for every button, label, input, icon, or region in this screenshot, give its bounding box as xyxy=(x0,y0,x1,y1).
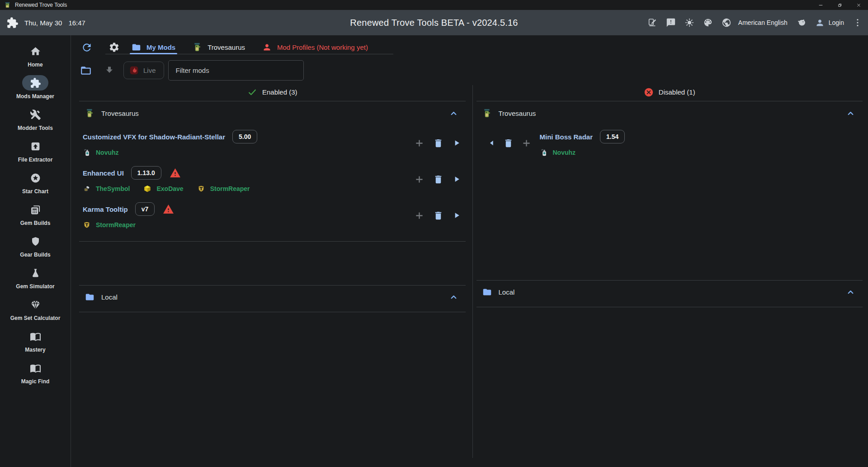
disable-mod-button[interactable] xyxy=(452,138,461,148)
collapse-group-button[interactable] xyxy=(846,287,855,297)
mod-authors: Novuhz xyxy=(83,148,257,157)
mod-version[interactable]: 5.00 xyxy=(232,130,257,143)
mod-group-body xyxy=(476,303,863,307)
mod-title[interactable]: Customized VFX for Shadow-Radiant-Stella… xyxy=(83,133,225,141)
delete-mod-button[interactable] xyxy=(503,138,514,148)
collapse-group-button[interactable] xyxy=(449,109,458,118)
mod-group-local: Local xyxy=(476,281,863,307)
header-date: Thu, May 30 xyxy=(24,19,62,27)
trovesaurus-icon xyxy=(482,109,492,118)
puzzle-icon xyxy=(22,75,48,91)
mod-info: Customized VFX for Shadow-Radiant-Stella… xyxy=(83,129,257,157)
app-header: Thu, May 30 16:47 Renewed Trove Tools BE… xyxy=(0,10,868,35)
mod-version[interactable]: 1.13.0 xyxy=(131,166,161,180)
user-icon xyxy=(815,18,825,28)
sidebar-item-gem-builds[interactable]: Gem Builds xyxy=(0,199,71,229)
sidebar-item-gem-set-calculator[interactable]: Gem Set Calculator xyxy=(0,294,71,324)
add-to-profile-button[interactable] xyxy=(521,138,532,148)
add-to-profile-button[interactable] xyxy=(414,138,425,148)
mod-author-name: ExoDave xyxy=(156,185,183,192)
sidebar-item-label: Gem Builds xyxy=(20,220,51,226)
download-mods-button[interactable] xyxy=(104,65,115,76)
disabled-mods-panel: Disabled (1) Trovesaurus Mini Boss Radar… xyxy=(476,84,863,458)
sidebar-item-star-chart[interactable]: Star Chart xyxy=(0,167,71,198)
mod-group-local: Local xyxy=(79,285,466,312)
delete-mod-button[interactable] xyxy=(433,174,443,185)
mod-authors: TheSymbol ExoDave StormReaper xyxy=(83,184,250,194)
feedback-button[interactable] xyxy=(666,18,676,28)
tabs-row: My Mods Trovesaurus Mod Profiles (Not wo… xyxy=(71,35,868,54)
sidebar-item-label: Magic Find xyxy=(21,378,50,385)
collapse-group-button[interactable] xyxy=(846,109,855,118)
mod-version[interactable]: 1.54 xyxy=(600,130,625,143)
add-to-profile-button[interactable] xyxy=(414,210,425,221)
delete-mod-button[interactable] xyxy=(433,138,443,148)
sidebar-item-label: Home xyxy=(28,62,42,68)
delete-mod-button[interactable] xyxy=(433,210,443,221)
mod-group-name: Local xyxy=(101,293,118,301)
mod-author-name: Novuhz xyxy=(553,149,576,156)
mod-version[interactable]: v7 xyxy=(135,202,155,216)
sidebar-item-file-extractor[interactable]: File Extractor xyxy=(0,136,71,166)
mod-author[interactable]: StormReaper xyxy=(83,221,136,229)
close-button[interactable] xyxy=(849,0,868,10)
sidebar-item-home[interactable]: Home xyxy=(0,41,71,71)
donate-button[interactable] xyxy=(797,18,807,28)
mod-actions xyxy=(414,138,461,148)
tab-label: Trovesaurus xyxy=(208,43,245,51)
disable-mod-button[interactable] xyxy=(452,175,461,184)
sidebar-item-gem-simulator[interactable]: Gem Simulator xyxy=(0,262,71,293)
open-mods-folder-button[interactable] xyxy=(79,65,93,76)
add-to-profile-button[interactable] xyxy=(414,174,425,185)
sidebar-item-gear-builds[interactable]: Gear Builds xyxy=(0,231,71,261)
globe-icon xyxy=(722,18,731,28)
folder-open-icon xyxy=(80,65,92,76)
mod-author[interactable]: ExoDave xyxy=(143,185,183,193)
trovesaurus-icon xyxy=(193,43,202,52)
tab-mod-profiles-not-working-yet[interactable]: Mod Profiles (Not working yet) xyxy=(260,41,370,54)
login-button[interactable]: Login xyxy=(815,18,844,28)
star-icon xyxy=(22,170,48,186)
mod-title[interactable]: Mini Boss Radar xyxy=(540,133,593,141)
mod-group-body: Customized VFX for Shadow-Radiant-Stella… xyxy=(79,125,466,241)
minimize-button[interactable] xyxy=(811,0,830,10)
refresh-button[interactable] xyxy=(79,41,94,54)
collapse-group-button[interactable] xyxy=(449,292,458,302)
person-icon xyxy=(262,43,272,52)
color-theme-button[interactable] xyxy=(703,18,713,28)
sidebar-item-magic-find[interactable]: Magic Find xyxy=(0,357,71,388)
restore-button[interactable] xyxy=(830,0,849,10)
mod-group-header: Local xyxy=(476,281,863,303)
language-button[interactable] xyxy=(722,18,731,28)
folder-icon xyxy=(482,287,492,297)
sidebar-item-mastery[interactable]: Mastery xyxy=(0,326,71,356)
mod-author[interactable]: TheSymbol xyxy=(83,185,130,193)
mod-title[interactable]: Enhanced UI xyxy=(83,169,124,177)
changelog-button[interactable] xyxy=(647,18,657,28)
puzzle-icon xyxy=(6,17,19,29)
tab-trovesaurus[interactable]: Trovesaurus xyxy=(191,41,247,54)
disable-mod-button[interactable] xyxy=(452,211,461,220)
mod-info: Enhanced UI 1.13.0 TheSymbol ExoDave Sto… xyxy=(83,165,250,194)
theme-toggle-button[interactable] xyxy=(684,18,694,28)
live-toggle-button[interactable]: Live xyxy=(123,62,164,79)
filter-mods-input[interactable] xyxy=(168,60,304,81)
mod-title[interactable]: Karma Tooltip xyxy=(83,205,128,213)
mod-author[interactable]: Novuhz xyxy=(540,148,576,157)
folder-icon xyxy=(132,43,141,52)
enable-mod-button[interactable] xyxy=(488,139,495,147)
sidebar-item-modder-tools[interactable]: Modder Tools xyxy=(0,104,71,134)
mod-author[interactable]: StormReaper xyxy=(197,185,250,193)
mod-group-trovesaurus: Trovesaurus Customized VFX for Shadow-Ra… xyxy=(79,101,466,242)
disabled-x-icon xyxy=(644,87,654,97)
overflow-menu-button[interactable] xyxy=(853,18,863,28)
mod-actions xyxy=(414,174,461,185)
app-icon xyxy=(4,2,11,9)
mod-author[interactable]: Novuhz xyxy=(83,148,119,157)
settings-button[interactable] xyxy=(106,41,122,54)
mods-toolbar: Live xyxy=(71,60,868,81)
sidebar-item-mods-manager[interactable]: Mods Manager xyxy=(0,72,71,103)
language-label: American English xyxy=(738,19,788,26)
refresh-icon xyxy=(81,42,93,53)
tab-my-mods[interactable]: My Mods xyxy=(130,41,177,54)
